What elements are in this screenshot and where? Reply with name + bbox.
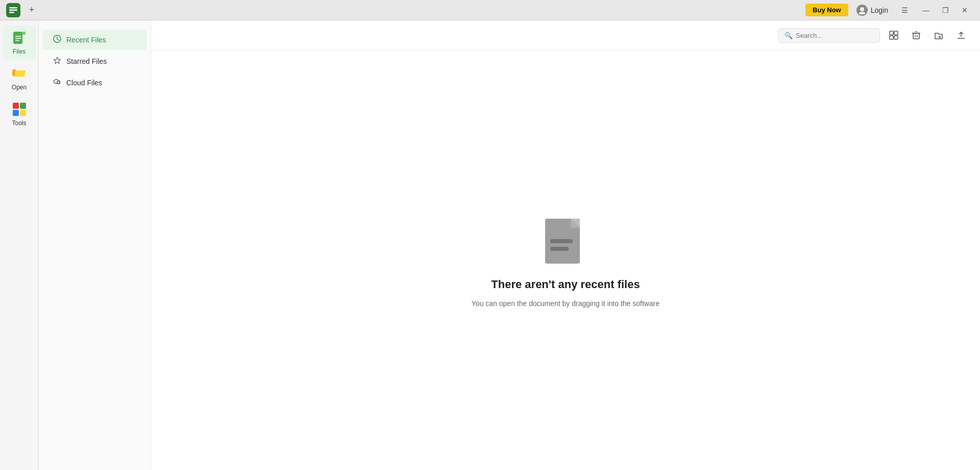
add-folder-button[interactable] — [930, 27, 947, 44]
upload-button[interactable] — [952, 27, 970, 44]
new-tab-button[interactable]: + — [26, 4, 38, 16]
svg-marker-21 — [54, 57, 61, 63]
login-avatar — [856, 5, 868, 16]
app-logo — [6, 3, 20, 17]
cloud-files-label: Cloud Files — [66, 79, 102, 87]
svg-point-5 — [859, 12, 865, 14]
tools-icon — [11, 101, 28, 118]
svg-rect-23 — [890, 31, 893, 35]
svg-point-4 — [860, 7, 864, 11]
restore-button[interactable]: ❐ — [936, 3, 954, 18]
buy-now-button[interactable]: Buy Now — [805, 4, 848, 16]
recent-files-label: Recent Files — [66, 36, 106, 44]
search-icon: 🔍 — [785, 32, 793, 39]
svg-rect-9 — [15, 36, 21, 37]
svg-rect-24 — [894, 31, 898, 35]
nav-item-cloud[interactable]: Cloud Files — [43, 73, 146, 93]
grid-view-button[interactable] — [885, 27, 902, 44]
minimize-button[interactable]: — — [917, 3, 935, 18]
svg-rect-39 — [550, 239, 573, 243]
empty-subtitle: You can open the document by dragging it… — [472, 299, 659, 308]
open-icon — [11, 65, 28, 82]
menu-button[interactable]: ☰ — [896, 3, 913, 18]
nav-item-recent[interactable]: Recent Files — [43, 30, 146, 50]
nav-sidebar: Recent Files Starred Files Cloud Files — [39, 20, 151, 470]
login-label: Login — [871, 6, 888, 14]
cloud-icon — [53, 78, 61, 88]
svg-rect-11 — [15, 40, 19, 41]
window-controls: — ❐ ✕ — [917, 3, 974, 18]
empty-document-icon — [540, 214, 591, 270]
app-body: Files Open Tool — [0, 20, 980, 470]
svg-rect-15 — [20, 103, 26, 109]
svg-rect-10 — [15, 38, 21, 39]
empty-state: There aren't any recent files You can op… — [151, 51, 980, 470]
svg-rect-27 — [913, 33, 919, 39]
svg-rect-40 — [550, 247, 569, 251]
svg-rect-2 — [9, 9, 17, 11]
svg-rect-26 — [894, 36, 898, 39]
svg-rect-14 — [13, 103, 19, 109]
svg-rect-3 — [9, 12, 14, 13]
main-content: 🔍 — [151, 20, 980, 470]
nav-item-starred[interactable]: Starred Files — [43, 51, 146, 72]
titlebar: + Buy Now Login ☰ — ❐ ✕ — [0, 0, 980, 20]
svg-line-20 — [57, 39, 59, 40]
clock-icon — [53, 35, 61, 45]
sidebar-item-open[interactable]: Open — [3, 61, 36, 95]
titlebar-left: + — [6, 3, 38, 17]
login-button[interactable]: Login — [852, 3, 892, 18]
close-button[interactable]: ✕ — [955, 3, 974, 18]
svg-rect-25 — [890, 36, 893, 39]
svg-rect-16 — [13, 110, 19, 116]
starred-files-label: Starred Files — [66, 57, 107, 65]
svg-rect-17 — [20, 110, 26, 116]
tools-label: Tools — [12, 120, 26, 127]
svg-rect-8 — [22, 32, 26, 35]
search-input[interactable] — [796, 32, 873, 39]
content-toolbar: 🔍 — [151, 20, 980, 51]
sidebar-item-files[interactable]: Files — [3, 26, 36, 59]
open-label: Open — [12, 84, 27, 91]
star-icon — [53, 56, 61, 66]
icon-sidebar: Files Open Tool — [0, 20, 39, 470]
sidebar-item-tools[interactable]: Tools — [3, 97, 36, 131]
files-icon — [11, 30, 28, 46]
titlebar-right: Buy Now Login ☰ — ❐ ✕ — [805, 3, 974, 18]
empty-title: There aren't any recent files — [491, 278, 640, 291]
svg-rect-1 — [9, 7, 17, 9]
trash-button[interactable] — [908, 27, 925, 44]
search-box[interactable]: 🔍 — [778, 28, 880, 43]
files-label: Files — [13, 48, 26, 55]
